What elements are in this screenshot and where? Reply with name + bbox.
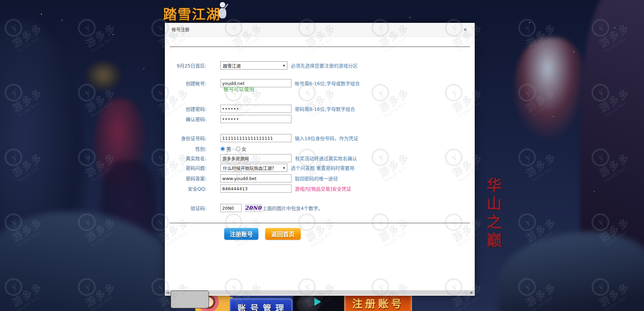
home-button[interactable]: 返回首页 [265,228,301,240]
register-modal: 帐号注册 × 9月25日首区: 踏雪江湖 ▾ 必须先选择您要注册的游戏分区 创建… [165,23,475,296]
background-mountain-left [0,20,89,311]
watermark: y游多多Youdd.Net [514,122,584,183]
watermark: y游多多Youdd.Net [1,57,71,119]
form-row-gender: 性别: 男 女 [165,145,475,153]
vertical-banner-text: 华山之巅 [482,177,504,251]
realname-input[interactable] [220,154,291,162]
password-confirm-input[interactable] [220,115,291,123]
divider-bottom [170,223,470,223]
watermark: y游多多Youdd.Net [1,0,71,54]
form-row-question: 密码问题: 什么时候开始玩热血江湖？ ▾ 选个问答题 重置密码时需要用 [165,164,475,172]
background-character-left-robe [100,160,158,273]
scrollbar-thumb[interactable] [171,291,209,308]
watermark: y游多多Youdd.Net [1,187,71,248]
page: 踏雪江湖 ONLINE 华山之巅 账号管理 注册账号 ZHUCEZHANGHAO… [0,0,644,311]
play-icon[interactable] [314,298,321,306]
form-row-qq: 安全QQ: 游戏内[物品交易]安全凭证 [165,184,475,193]
account-available-message: 帐号可以使用 [224,85,254,92]
qq-hint: 游戏内[物品交易]安全凭证 [295,185,351,192]
form-row-password: 创建密码: 密码需8-16位,字母数字组合 [165,105,475,113]
modal-header: 帐号注册 × [165,23,475,37]
form-row-answer: 密码答案: 取回密码的唯一途径 [165,174,475,182]
horizontal-scrollbar[interactable]: ◀ ▶ [165,290,474,295]
account-hint: 帐号需6-16位,字母或数字组合 [295,80,360,87]
form-row-account: 创建帐号: 帐号需6-16位,字母或数字组合 [165,79,475,87]
watermark: y游多多Youdd.Net [588,57,644,119]
gender-label: 性别: [165,145,206,152]
gender-male-radio[interactable] [220,147,225,151]
captcha-image[interactable]: 20N0 [245,204,261,212]
password-label: 创建密码: [165,105,206,112]
account-manage-button[interactable]: 账号管理 [230,298,292,311]
question-label: 密码问题: [165,164,206,171]
question-select[interactable]: 什么时候开始玩热血江湖？ ▾ [220,164,287,172]
modal-actions: 注册账号 返回首页 [224,228,301,240]
password-confirm-label: 确认密码: [165,116,206,122]
qq-label: 安全QQ: [165,185,206,192]
watermark: y游多多Youdd.Net [588,0,644,54]
background-character-left [95,99,146,194]
watermark: y游多多Youdd.Net [74,57,144,119]
modal-title: 帐号注册 [172,23,189,36]
watermark: y游多多Youdd.Net [74,187,144,248]
chevron-down-icon: ▾ [283,166,285,170]
chevron-down-icon: ▾ [283,63,285,68]
watermark: y游多多Youdd.Net [588,187,644,248]
register-account-button-label: 注册账号 [345,295,411,310]
register-button[interactable]: 注册账号 [224,228,258,240]
server-select-value: 踏雪江湖 [223,62,241,69]
id-label: 身份证号码: [165,135,206,142]
id-input[interactable] [220,134,291,142]
id-hint: 输入18位身份号码，作为凭证 [295,135,358,142]
background-character-right [515,38,587,140]
form-row-password-confirm: 确认密码: [165,115,475,123]
question-select-value: 什么时候开始玩热血江湖？ [223,165,276,171]
watermark: y游多多Youdd.Net [514,57,584,119]
gender-male-label: 男 [226,145,231,152]
account-label: 创建帐号: [165,80,206,87]
divider-top [170,46,470,47]
scroll-left-icon[interactable]: ◀ [165,290,170,295]
watermark: y游多多Youdd.Net [514,0,584,54]
background-pagoda [85,61,122,92]
watermark: y游多多Youdd.Net [1,122,71,183]
scroll-right-icon[interactable]: ▶ [469,290,474,295]
qq-input[interactable] [220,184,291,193]
server-hint: 必须先选择您要注册的游戏分区 [291,62,358,69]
password-hint: 密码需8-16位,字母数字组合 [295,105,355,112]
register-account-button-bg[interactable]: 注册账号 ZHUCEZHANGHAO [344,293,412,311]
watermark: y游多多Youdd.Net [74,122,144,183]
gender-female-label: 女 [242,145,246,152]
watermark: y游多多Youdd.Net [588,122,644,183]
captcha-note: 上面的图片中包含4个数字。 [262,205,323,211]
background-cliff-right [580,0,644,311]
captcha-input[interactable] [220,204,242,212]
watermark: y游多多Youdd.Net [74,0,144,54]
answer-input[interactable] [220,174,291,182]
server-select[interactable]: 踏雪江湖 ▾ [220,61,287,70]
answer-hint: 取回密码的唯一途径 [295,175,338,182]
password-input[interactable] [220,105,291,113]
close-icon[interactable]: × [461,26,469,34]
server-label: 9月25日首区: [165,62,206,69]
gender-female-radio[interactable] [236,147,240,151]
logo-mascot-icon [217,2,227,22]
captcha-label: 验证码: [165,205,206,211]
question-hint: 选个问答题 重置密码时需要用 [291,164,354,171]
form-row-captcha: 验证码: 20N0 上面的图片中包含4个数字。 [165,204,475,212]
form-row-server: 9月25日首区: 踏雪江湖 ▾ 必须先选择您要注册的游戏分区 [165,61,475,70]
form-row-id: 身份证号码: 输入18位身份号码，作为凭证 [165,134,475,142]
game-logo-title: 踏雪江湖 [163,3,220,23]
form-row-realname: 真实姓名: 有奖活动将通过真实姓名确认 [165,154,475,162]
realname-label: 真实姓名: [165,155,206,162]
answer-label: 密码答案: [165,175,206,182]
snow-particles [41,14,42,15]
realname-hint: 有奖活动将通过真实姓名确认 [295,155,357,162]
watermark: y游多多Youdd.Net [514,187,584,248]
